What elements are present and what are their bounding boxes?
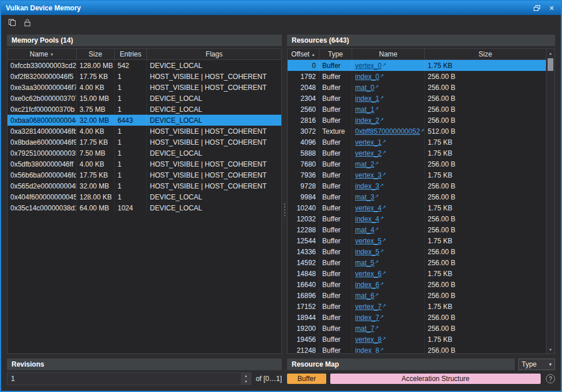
- memory-pool-row[interactable]: 0xfccb330000003cd2128.00 MB542DEVICE_LOC…: [7, 60, 281, 71]
- memory-pool-row[interactable]: 0xf2f83200000046f517.75 KB1HOST_VISIBLE …: [7, 71, 281, 82]
- lock-button[interactable]: [21, 16, 33, 29]
- memory-pool-row[interactable]: 0x5dfb3800000046ff4.00 KB1HOST_VISIBLE |…: [7, 159, 281, 169]
- resource-link[interactable]: index_6↗: [355, 281, 384, 289]
- resource-row[interactable]: 3072Texture0xbff8570000000052↗512.00 B: [288, 126, 546, 137]
- resource-link[interactable]: mat_4↗: [355, 226, 379, 234]
- resource-row[interactable]: 7936Buffervertex_3↗1.75 KB: [288, 169, 546, 180]
- resource-row[interactable]: 14336Bufferindex_5↗256.00 B: [288, 246, 546, 257]
- memory-pools-body: 0xfccb330000003cd2128.00 MB542DEVICE_LOC…: [7, 60, 281, 353]
- column-header-offset[interactable]: Offset ▲: [288, 49, 319, 59]
- resource-row[interactable]: 12544Buffervertex_5↗1.75 KB: [288, 235, 546, 246]
- type-dropdown[interactable]: Type ▾: [518, 359, 555, 370]
- memory-pool-row[interactable]: 0x35c14c00000038d164.00 MB1024DEVICE_LOC…: [7, 202, 281, 213]
- memory-pool-row[interactable]: 0x404f600000000045128.00 KB1DEVICE_LOCAL: [7, 191, 281, 202]
- resource-row[interactable]: 16896Buffermat_6↗256.00 B: [288, 290, 546, 301]
- column-header-resource-size[interactable]: Size: [425, 49, 546, 59]
- resource-row[interactable]: 19200Buffermat_7↗256.00 B: [288, 323, 546, 334]
- legend-buffer-chip[interactable]: Buffer: [287, 374, 326, 384]
- column-header-resource-name[interactable]: Name: [352, 49, 425, 59]
- column-header-flags[interactable]: Flags: [147, 49, 281, 59]
- resource-row[interactable]: 5888Buffervertex_2↗1.75 KB: [288, 148, 546, 159]
- close-button[interactable]: ×: [545, 3, 559, 13]
- resource-link[interactable]: mat_5↗: [355, 259, 379, 267]
- resource-row[interactable]: 2816Bufferindex_2↗256.00 B: [288, 115, 546, 126]
- resource-link[interactable]: vertex_4↗: [355, 204, 386, 212]
- resource-row[interactable]: 16640Bufferindex_6↗256.00 B: [288, 279, 546, 290]
- resource-link[interactable]: mat_0↗: [355, 84, 379, 92]
- revision-spinner[interactable]: 1 ▲ ▼: [7, 372, 251, 385]
- resource-link[interactable]: mat_7↗: [355, 325, 379, 333]
- copy-button[interactable]: [6, 16, 18, 29]
- column-header-type[interactable]: Type: [319, 49, 352, 59]
- resource-row[interactable]: 19456Buffervertex_8↗1.75 KB: [288, 334, 546, 345]
- resource-link[interactable]: index_1↗: [355, 95, 384, 103]
- memory-pool-row[interactable]: 0xe0c62b000000370715.00 MB1DEVICE_LOCAL: [7, 93, 281, 104]
- resource-row[interactable]: 21248Bufferindex_8↗256.00 B: [288, 345, 546, 353]
- column-header-entries[interactable]: Entries: [115, 49, 147, 59]
- resource-row[interactable]: 18944Bufferindex_7↗256.00 B: [288, 312, 546, 323]
- scroll-up-button[interactable]: ▲: [546, 49, 555, 57]
- resource-link[interactable]: vertex_2↗: [355, 149, 386, 157]
- resource-link[interactable]: index_8↗: [355, 346, 384, 354]
- resource-link[interactable]: vertex_0↗: [355, 62, 386, 70]
- scroll-down-button[interactable]: ▼: [546, 345, 555, 353]
- resource-row[interactable]: 14592Buffermat_5↗256.00 B: [288, 257, 546, 268]
- restore-button[interactable]: [530, 3, 544, 13]
- panel-splitter[interactable]: [282, 35, 287, 385]
- resource-link[interactable]: vertex_1↗: [355, 138, 386, 146]
- resource-link[interactable]: index_2↗: [355, 116, 384, 125]
- column-header-size[interactable]: Size: [77, 49, 115, 59]
- resource-link[interactable]: mat_6↗: [355, 292, 379, 300]
- memory-pool-row[interactable]: 0x8bdae600000046f917.75 KB1HOST_VISIBLE …: [7, 137, 281, 148]
- resource-link[interactable]: index_5↗: [355, 248, 384, 256]
- resource-row[interactable]: 2560Buffermat_1↗256.00 B: [288, 104, 546, 115]
- memory-pool-row[interactable]: 0x56b6ba00000046fd17.75 KB1HOST_VISIBLE …: [7, 169, 281, 180]
- resource-row[interactable]: 2304Bufferindex_1↗256.00 B: [288, 93, 546, 104]
- scrollbar-track[interactable]: [546, 57, 555, 345]
- column-header-name[interactable]: Name ▼: [7, 49, 77, 59]
- external-link-icon: ↗: [375, 227, 379, 232]
- memory-pool-row[interactable]: 0xc21fcf000000370b3.75 MB1DEVICE_LOCAL: [7, 104, 281, 115]
- resource-row[interactable]: 0Buffervertex_0↗1.75 KB: [288, 60, 546, 71]
- memory-pool-row[interactable]: 0x79251000000000357.50 MB1DEVICE_LOCAL: [7, 148, 281, 159]
- resource-link[interactable]: vertex_6↗: [355, 270, 386, 278]
- spin-up-button[interactable]: ▲: [242, 373, 251, 379]
- spin-down-button[interactable]: ▼: [242, 379, 251, 385]
- resource-row[interactable]: 7680Buffermat_2↗256.00 B: [288, 159, 546, 169]
- vertical-scrollbar[interactable]: ▲ ▼: [546, 49, 555, 353]
- pool-flags: HOST_VISIBLE | HOST_COHERENT: [147, 126, 281, 137]
- memory-pool-row[interactable]: 0xbaa068000000004d32.00 MB6443DEVICE_LOC…: [7, 115, 281, 126]
- resource-link[interactable]: vertex_7↗: [355, 303, 386, 311]
- resource-link[interactable]: mat_1↗: [355, 105, 379, 114]
- resource-link[interactable]: index_7↗: [355, 314, 384, 322]
- help-button[interactable]: ?: [546, 374, 555, 383]
- resource-link[interactable]: mat_2↗: [355, 160, 379, 168]
- resource-row[interactable]: 10240Buffervertex_4↗1.75 KB: [288, 202, 546, 213]
- resource-link[interactable]: vertex_8↗: [355, 336, 386, 344]
- resource-row[interactable]: 9984Buffermat_3↗256.00 B: [288, 191, 546, 202]
- titlebar[interactable]: Vulkan Device Memory ×: [1, 1, 561, 15]
- resource-link[interactable]: vertex_3↗: [355, 171, 386, 179]
- memory-pool-row[interactable]: 0xe3aa3000000046f74.00 KB1HOST_VISIBLE |…: [7, 82, 281, 93]
- type-dropdown-label: Type: [522, 360, 537, 368]
- scrollbar-thumb[interactable]: [548, 58, 553, 71]
- memory-pool-row[interactable]: 0x565d2e000000004b32.00 MB1HOST_VISIBLE …: [7, 180, 281, 191]
- resource-link[interactable]: vertex_5↗: [355, 237, 386, 245]
- memory-pool-row[interactable]: 0xa3281400000046fb4.00 KB1HOST_VISIBLE |…: [7, 126, 281, 137]
- resource-row[interactable]: 2048Buffermat_0↗256.00 B: [288, 82, 546, 93]
- resource-row[interactable]: 12032Bufferindex_4↗256.00 B: [288, 213, 546, 224]
- resource-row[interactable]: 4096Buffervertex_1↗1.75 KB: [288, 137, 546, 148]
- resource-link[interactable]: index_0↗: [355, 73, 384, 81]
- resource-row[interactable]: 9728Bufferindex_3↗256.00 B: [288, 180, 546, 191]
- legend-acceleration-structure-chip[interactable]: Acceleration Structure: [330, 374, 541, 384]
- resource-link[interactable]: index_4↗: [355, 215, 384, 223]
- spinner-buttons: ▲ ▼: [241, 373, 251, 385]
- resource-link[interactable]: 0xbff8570000000052↗: [355, 127, 424, 135]
- resource-row[interactable]: 12288Buffermat_4↗256.00 B: [288, 224, 546, 235]
- resource-link[interactable]: mat_3↗: [355, 193, 379, 201]
- resource-row[interactable]: 14848Buffervertex_6↗1.75 KB: [288, 268, 546, 279]
- resource-link[interactable]: index_3↗: [355, 182, 384, 190]
- resource-row[interactable]: 1792Bufferindex_0↗256.00 B: [288, 71, 546, 82]
- resource-row[interactable]: 17152Buffervertex_7↗1.75 KB: [288, 301, 546, 312]
- resource-offset: 5888: [288, 148, 319, 159]
